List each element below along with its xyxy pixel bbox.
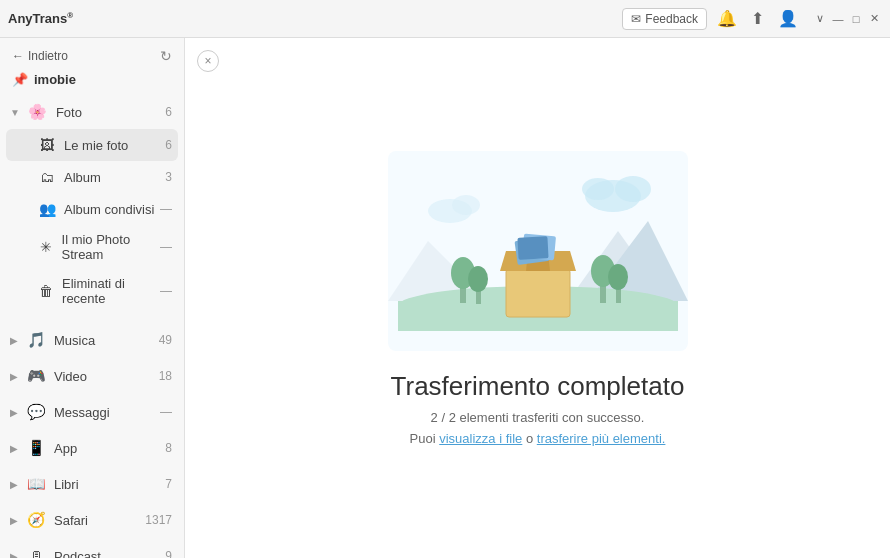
sidebar-section-foto: ▼ 🌸 Foto 6 🖼 Le mie foto 6 🗂 Album bbox=[0, 95, 184, 313]
main-layout: ← Indietro ↻ 📌 imobie ▼ 🌸 Foto 6 🖼 bbox=[0, 38, 890, 558]
sidebar-section-podcast: ▶ 🎙 Podcast 9 bbox=[0, 539, 184, 558]
sidebar-item-photo-stream[interactable]: ✳ Il mio Photo Stream — bbox=[0, 225, 184, 269]
libri-icon: 📖 bbox=[26, 474, 46, 494]
bell-icon[interactable]: 🔔 bbox=[713, 7, 741, 30]
transfer-more-link[interactable]: trasferire più elementi. bbox=[537, 431, 666, 446]
chevron-right-icon: ▶ bbox=[10, 551, 18, 559]
close-button[interactable]: × bbox=[197, 50, 219, 72]
chevron-right-icon: ▶ bbox=[10, 335, 18, 346]
chevron-right-icon: ▶ bbox=[10, 515, 18, 526]
sidebar-category-musica[interactable]: ▶ 🎵 Musica 49 bbox=[0, 323, 184, 357]
mail-icon: ✉ bbox=[631, 12, 641, 26]
profile-icon[interactable]: 👤 bbox=[774, 7, 802, 30]
svg-point-14 bbox=[468, 266, 488, 292]
success-title: Trasferimento completato bbox=[391, 371, 685, 402]
titlebar-right: ✉ Feedback 🔔 ⬆ 👤 ∨ — □ ✕ bbox=[622, 7, 882, 30]
svg-rect-23 bbox=[517, 236, 548, 260]
chevron-right-icon: ▶ bbox=[10, 479, 18, 490]
podcast-icon: 🎙 bbox=[26, 546, 46, 558]
success-content: Trasferimento completato 2 / 2 elementi … bbox=[388, 151, 688, 446]
sidebar: ← Indietro ↻ 📌 imobie ▼ 🌸 Foto 6 🖼 bbox=[0, 38, 185, 558]
safari-icon: 🧭 bbox=[26, 510, 46, 530]
sidebar-item-album-condivisi[interactable]: 👥 Album condivisi — bbox=[0, 193, 184, 225]
svg-rect-19 bbox=[506, 269, 570, 317]
sidebar-item-le-mie-foto[interactable]: 🖼 Le mie foto 6 bbox=[6, 129, 178, 161]
upload-icon[interactable]: ⬆ bbox=[747, 7, 768, 30]
success-links: Puoi visualizza i file o trasferire più … bbox=[410, 431, 666, 446]
chevron-right-icon: ▶ bbox=[10, 443, 18, 454]
sidebar-section-safari: ▶ 🧭 Safari 1317 bbox=[0, 503, 184, 537]
sidebar-category-safari[interactable]: ▶ 🧭 Safari 1317 bbox=[0, 503, 184, 537]
content-area: × bbox=[185, 38, 890, 558]
sidebar-category-app[interactable]: ▶ 📱 App 8 bbox=[0, 431, 184, 465]
titlebar-left: AnyTrans® bbox=[8, 11, 73, 26]
sidebar-category-video[interactable]: ▶ 🎮 Video 18 bbox=[0, 359, 184, 393]
app-name: AnyTrans® bbox=[8, 11, 73, 26]
sidebar-section-app: ▶ 📱 App 8 bbox=[0, 431, 184, 465]
maximize-button[interactable]: □ bbox=[848, 11, 864, 27]
svg-point-3 bbox=[582, 178, 614, 200]
chevron-right-icon: ▶ bbox=[10, 407, 18, 418]
back-button[interactable]: ← Indietro bbox=[12, 49, 68, 63]
sidebar-section-video: ▶ 🎮 Video 18 bbox=[0, 359, 184, 393]
svg-point-5 bbox=[452, 195, 480, 215]
shared-album-icon: 👥 bbox=[38, 200, 56, 218]
chevron-down-icon: ▼ bbox=[10, 107, 20, 118]
trash-icon: 🗑 bbox=[38, 282, 54, 300]
svg-point-2 bbox=[615, 176, 651, 202]
device-name: 📌 imobie bbox=[0, 70, 184, 95]
sidebar-category-foto[interactable]: ▼ 🌸 Foto 6 bbox=[0, 95, 184, 129]
sidebar-section-messaggi: ▶ 💬 Messaggi — bbox=[0, 395, 184, 429]
photo-stream-icon: ✳ bbox=[38, 238, 54, 256]
sidebar-category-podcast[interactable]: ▶ 🎙 Podcast 9 bbox=[0, 539, 184, 558]
sidebar-header: ← Indietro ↻ bbox=[0, 38, 184, 70]
transfer-illustration bbox=[388, 151, 688, 351]
musica-icon: 🎵 bbox=[26, 330, 46, 350]
view-files-link[interactable]: visualizza i file bbox=[439, 431, 522, 446]
window-controls: ∨ — □ ✕ bbox=[812, 11, 882, 27]
minimize-button[interactable]: — bbox=[830, 11, 846, 27]
feedback-button[interactable]: ✉ Feedback bbox=[622, 8, 707, 30]
sidebar-section-musica: ▶ 🎵 Musica 49 bbox=[0, 323, 184, 357]
device-icon: 📌 bbox=[12, 72, 28, 87]
success-subtitle: 2 / 2 elementi trasferiti con successo. bbox=[431, 410, 645, 425]
video-icon: 🎮 bbox=[26, 366, 46, 386]
sidebar-category-messaggi[interactable]: ▶ 💬 Messaggi — bbox=[0, 395, 184, 429]
chevron-down-icon[interactable]: ∨ bbox=[812, 11, 828, 27]
back-icon: ← bbox=[12, 49, 24, 63]
sidebar-item-eliminati[interactable]: 🗑 Eliminati di recente — bbox=[0, 269, 184, 313]
sidebar-category-libri[interactable]: ▶ 📖 Libri 7 bbox=[0, 467, 184, 501]
sidebar-item-album[interactable]: 🗂 Album 3 bbox=[0, 161, 184, 193]
le-mie-foto-icon: 🖼 bbox=[38, 136, 56, 154]
sidebar-section-libri: ▶ 📖 Libri 7 bbox=[0, 467, 184, 501]
svg-point-18 bbox=[608, 264, 628, 290]
foto-icon: 🌸 bbox=[28, 102, 48, 122]
titlebar: AnyTrans® ✉ Feedback 🔔 ⬆ 👤 ∨ — □ ✕ bbox=[0, 0, 890, 38]
messaggi-icon: 💬 bbox=[26, 402, 46, 422]
chevron-right-icon: ▶ bbox=[10, 371, 18, 382]
refresh-icon[interactable]: ↻ bbox=[160, 48, 172, 64]
album-icon: 🗂 bbox=[38, 168, 56, 186]
app-icon: 📱 bbox=[26, 438, 46, 458]
close-window-button[interactable]: ✕ bbox=[866, 11, 882, 27]
